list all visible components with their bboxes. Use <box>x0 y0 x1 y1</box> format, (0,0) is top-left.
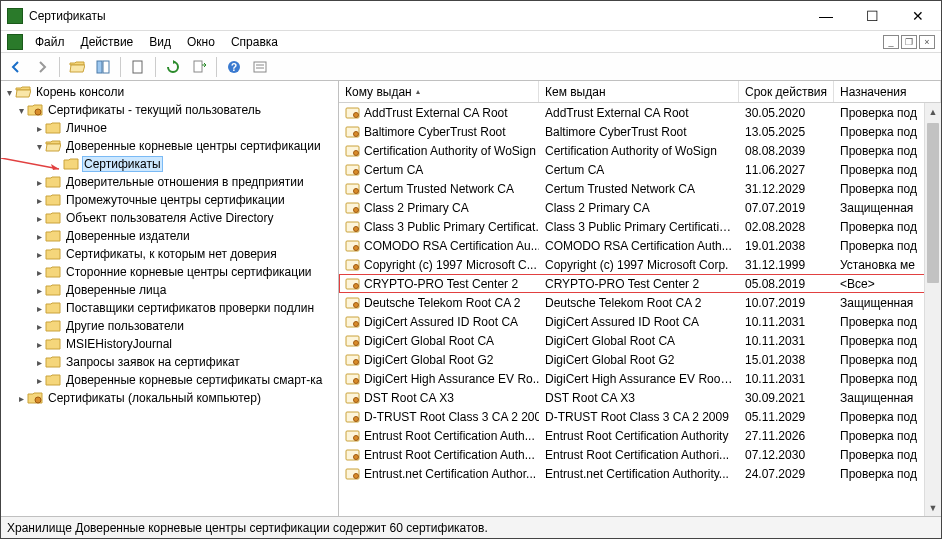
tree-item[interactable]: ▸Сертификаты, к которым нет доверия <box>1 245 338 263</box>
properties-button[interactable] <box>249 56 271 78</box>
expand-icon[interactable]: ▸ <box>33 303 45 314</box>
folder-icon <box>45 193 61 207</box>
cell-issued-to: DigiCert Global Root CA <box>339 334 539 348</box>
list-row[interactable]: Certum CACertum CA11.06.2027Проверка под <box>339 160 941 179</box>
list-row[interactable]: DigiCert Global Root G2DigiCert Global R… <box>339 350 941 369</box>
menu-file[interactable]: Файл <box>27 33 73 51</box>
mdi-close-icon[interactable]: × <box>919 35 935 49</box>
tree-item[interactable]: ▸Поставщики сертификатов проверки подлин <box>1 299 338 317</box>
expand-icon[interactable]: ▸ <box>33 177 45 188</box>
col-purpose[interactable]: Назначения <box>834 81 941 102</box>
tree-item[interactable]: ▸Объект пользователя Active Directory <box>1 209 338 227</box>
show-tree-button[interactable] <box>92 56 114 78</box>
menu-view[interactable]: Вид <box>141 33 179 51</box>
col-expiry[interactable]: Срок действия <box>739 81 834 102</box>
list-row[interactable]: Entrust.net Certification Author...Entru… <box>339 464 941 483</box>
list-row[interactable]: Class 2 Primary CAClass 2 Primary CA07.0… <box>339 198 941 217</box>
tree-item[interactable]: ▸Сторонние корневые центры сертификации <box>1 263 338 281</box>
cell-expiry: 24.07.2029 <box>739 467 834 481</box>
tree-item[interactable]: ▸Личное <box>1 119 338 137</box>
cell-issued-by: D-TRUST Root Class 3 CA 2 2009 <box>539 410 739 424</box>
expand-icon[interactable]: ▸ <box>33 123 45 134</box>
certificate-icon <box>345 429 361 443</box>
tree-item[interactable]: ▸Сертификаты (локальный компьютер) <box>1 389 338 407</box>
tree-item[interactable]: ▾Доверенные корневые центры сертификации <box>1 137 338 155</box>
tree-item[interactable]: ▸Запросы заявок на сертификат <box>1 353 338 371</box>
expand-icon[interactable]: ▸ <box>33 339 45 350</box>
list-row[interactable]: Class 3 Public Primary Certificat...Clas… <box>339 217 941 236</box>
list-row[interactable]: DigiCert Assured ID Root CADigiCert Assu… <box>339 312 941 331</box>
close-button[interactable]: ✕ <box>895 1 941 31</box>
tree-item[interactable]: ▸Другие пользователи <box>1 317 338 335</box>
maximize-button[interactable]: ☐ <box>849 1 895 31</box>
menu-window[interactable]: Окно <box>179 33 223 51</box>
cell-expiry: 08.08.2039 <box>739 144 834 158</box>
tree-item[interactable]: ▸Доверенные корневые сертификаты смарт-к… <box>1 371 338 389</box>
list-row[interactable]: Entrust Root Certification Auth...Entrus… <box>339 426 941 445</box>
scroll-up-icon[interactable]: ▲ <box>925 103 941 120</box>
list-row[interactable]: COMODO RSA Certification Au...COMODO RSA… <box>339 236 941 255</box>
list-row[interactable]: DigiCert Global Root CADigiCert Global R… <box>339 331 941 350</box>
list-row[interactable]: Entrust Root Certification Auth...Entrus… <box>339 445 941 464</box>
folder-icon <box>45 121 61 135</box>
collapse-icon[interactable]: ▾ <box>15 105 27 116</box>
cell-issued-to: DigiCert High Assurance EV Ro... <box>339 372 539 386</box>
expand-icon[interactable]: ▸ <box>33 375 45 386</box>
folder-icon <box>45 211 61 225</box>
scroll-thumb[interactable] <box>927 123 939 283</box>
certificate-icon <box>345 239 361 253</box>
refresh-button[interactable] <box>162 56 184 78</box>
scroll-down-icon[interactable]: ▼ <box>925 499 941 516</box>
list-row[interactable]: DST Root CA X3DST Root CA X330.09.2021За… <box>339 388 941 407</box>
tree-item[interactable]: ▸MSIEHistoryJournal <box>1 335 338 353</box>
vertical-scrollbar[interactable]: ▲ ▼ <box>924 103 941 516</box>
cell-issued-to: Copyright (c) 1997 Microsoft C... <box>339 258 539 272</box>
svg-rect-3 <box>97 61 102 73</box>
expand-icon[interactable]: ▸ <box>33 213 45 224</box>
cell-issued-by: CRYPTO-PRO Test Center 2 <box>539 277 739 291</box>
list-row[interactable]: Certum Trusted Network CACertum Trusted … <box>339 179 941 198</box>
tree-item[interactable]: ▸Промежуточные центры сертификации <box>1 191 338 209</box>
collapse-icon[interactable]: ▾ <box>3 87 15 98</box>
tree-item[interactable]: ▸Доверенные издатели <box>1 227 338 245</box>
up-button[interactable] <box>66 56 88 78</box>
export-button[interactable] <box>188 56 210 78</box>
copy-button[interactable] <box>127 56 149 78</box>
expand-icon[interactable]: ▸ <box>15 393 27 404</box>
collapse-icon[interactable]: ▾ <box>33 141 45 152</box>
expand-icon[interactable]: ▸ <box>33 195 45 206</box>
list-row[interactable]: Certification Authority of WoSignCertifi… <box>339 141 941 160</box>
tree-item[interactable]: ▾Сертификаты - текущий пользователь <box>1 101 338 119</box>
list-row[interactable]: DigiCert High Assurance EV Ro...DigiCert… <box>339 369 941 388</box>
tree-item[interactable]: ▸Доверительные отношения в предприятии <box>1 173 338 191</box>
list-row[interactable]: Deutsche Telekom Root CA 2Deutsche Telek… <box>339 293 941 312</box>
help-button[interactable]: ? <box>223 56 245 78</box>
menu-action[interactable]: Действие <box>73 33 142 51</box>
expand-icon[interactable]: ▸ <box>33 285 45 296</box>
tree-item[interactable]: ▾Корень консоли <box>1 83 338 101</box>
forward-button[interactable] <box>31 56 53 78</box>
mdi-restore-icon[interactable]: ❐ <box>901 35 917 49</box>
list-row[interactable]: CRYPTO-PRO Test Center 2CRYPTO-PRO Test … <box>339 274 941 293</box>
back-button[interactable] <box>5 56 27 78</box>
cell-issued-to: Entrust Root Certification Auth... <box>339 448 539 462</box>
tree-item[interactable]: ▸Доверенные лица <box>1 281 338 299</box>
tree-pane[interactable]: ▾Корень консоли▾Сертификаты - текущий по… <box>1 81 339 516</box>
list-row[interactable]: AddTrust External CA RootAddTrust Extern… <box>339 103 941 122</box>
col-issued-to[interactable]: Кому выдан▴ <box>339 81 539 102</box>
cell-expiry: 07.07.2019 <box>739 201 834 215</box>
expand-icon[interactable]: ▸ <box>33 249 45 260</box>
expand-icon[interactable]: ▸ <box>33 267 45 278</box>
mdi-minimize-icon[interactable]: _ <box>883 35 899 49</box>
expand-icon[interactable]: ▸ <box>33 357 45 368</box>
minimize-button[interactable]: — <box>803 1 849 31</box>
col-issued-by[interactable]: Кем выдан <box>539 81 739 102</box>
folder-icon <box>63 157 79 171</box>
expand-icon[interactable]: ▸ <box>33 321 45 332</box>
list-row[interactable]: Baltimore CyberTrust RootBaltimore Cyber… <box>339 122 941 141</box>
list-row[interactable]: Copyright (c) 1997 Microsoft C...Copyrig… <box>339 255 941 274</box>
list-row[interactable]: D-TRUST Root Class 3 CA 2 2009D-TRUST Ro… <box>339 407 941 426</box>
menu-help[interactable]: Справка <box>223 33 286 51</box>
cell-issued-by: Class 3 Public Primary Certificatio... <box>539 220 739 234</box>
expand-icon[interactable]: ▸ <box>33 231 45 242</box>
